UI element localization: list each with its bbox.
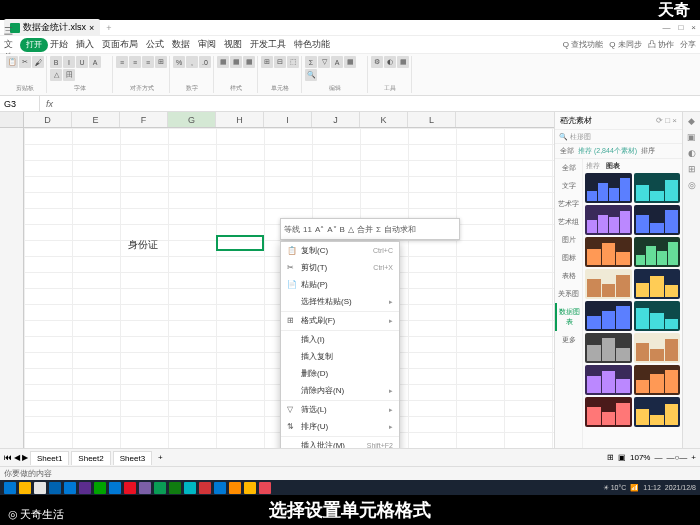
chart-template[interactable] bbox=[634, 365, 681, 395]
search-menu[interactable]: Q 查找功能 bbox=[563, 39, 603, 50]
menu-review[interactable]: 审阅 bbox=[198, 38, 216, 51]
chart-template[interactable] bbox=[585, 173, 632, 203]
merge-button[interactable]: 合并 bbox=[357, 224, 373, 235]
context-menu-item[interactable]: 选择性粘贴(S)▸ bbox=[281, 293, 399, 310]
font-grow-icon[interactable]: A˄ bbox=[315, 225, 324, 234]
zoom-slider[interactable]: —○— bbox=[666, 453, 687, 462]
menu-features[interactable]: 特色功能 bbox=[294, 38, 330, 51]
add-sheet-button[interactable]: + bbox=[154, 453, 167, 462]
menu-view[interactable]: 视图 bbox=[224, 38, 242, 51]
taskbar-app-icon[interactable] bbox=[94, 482, 106, 494]
menu-dev[interactable]: 开发工具 bbox=[250, 38, 286, 51]
zoom-value[interactable]: 107% bbox=[630, 453, 650, 462]
col-e[interactable]: E bbox=[72, 112, 120, 127]
taskbar-app-icon[interactable] bbox=[79, 482, 91, 494]
chart-template[interactable] bbox=[585, 237, 632, 267]
minimize-button[interactable]: — bbox=[662, 23, 670, 32]
taskbar-app-icon[interactable] bbox=[154, 482, 166, 494]
panel-search[interactable]: 柱形图 bbox=[570, 132, 591, 142]
nav-prev-icon[interactable]: ◀ bbox=[14, 453, 20, 462]
context-menu-item[interactable]: 插入复制 bbox=[281, 348, 399, 365]
chart-template[interactable] bbox=[634, 173, 681, 203]
taskbar-app-icon[interactable] bbox=[139, 482, 151, 494]
open-button[interactable]: 打开 bbox=[20, 38, 48, 52]
col-h[interactable]: H bbox=[216, 112, 264, 127]
panel-controls[interactable]: ⟳ □ × bbox=[656, 116, 677, 125]
menu-layout[interactable]: 页面布局 bbox=[102, 38, 138, 51]
taskbar-app-icon[interactable] bbox=[199, 482, 211, 494]
context-menu-item[interactable]: ▽筛选(L)▸ bbox=[281, 400, 399, 418]
context-menu-item[interactable]: 插入(I) bbox=[281, 330, 399, 348]
mini-size[interactable]: 11 bbox=[303, 225, 312, 234]
chart-template[interactable] bbox=[634, 397, 681, 427]
fill-icon[interactable]: △ bbox=[348, 225, 354, 234]
sheet-tab-2[interactable]: Sheet2 bbox=[71, 451, 110, 465]
context-menu-item[interactable]: 📋复制(C)Ctrl+C bbox=[281, 242, 399, 259]
chart-template[interactable] bbox=[634, 333, 681, 363]
chart-template[interactable] bbox=[585, 365, 632, 395]
context-menu-item[interactable]: 📄粘贴(P) bbox=[281, 276, 399, 293]
chart-template[interactable] bbox=[634, 269, 681, 299]
col-g[interactable]: G bbox=[168, 112, 216, 127]
taskbar-app-icon[interactable] bbox=[244, 482, 256, 494]
col-k[interactable]: K bbox=[360, 112, 408, 127]
zoom-out-icon[interactable]: — bbox=[654, 453, 662, 462]
bold-icon[interactable]: B bbox=[340, 225, 345, 234]
network-icon[interactable]: 📶 bbox=[630, 484, 639, 492]
col-d[interactable]: D bbox=[24, 112, 72, 127]
chart-template[interactable] bbox=[634, 237, 681, 267]
share-button[interactable]: 分享 bbox=[680, 39, 696, 50]
sync-status[interactable]: Q 未同步 bbox=[609, 39, 641, 50]
cell-grid[interactable]: 身份证 等线 11 A˄ A˅ B △ 合并 Σ 自动求和 📋复制(C)Ctrl… bbox=[0, 128, 554, 448]
chart-template[interactable] bbox=[585, 205, 632, 235]
mini-font[interactable]: 等线 bbox=[284, 224, 300, 235]
taskbar-app-icon[interactable] bbox=[184, 482, 196, 494]
view-grid-icon[interactable]: ⊞ bbox=[607, 453, 614, 462]
chart-template[interactable] bbox=[585, 333, 632, 363]
menu-icon[interactable]: 三 文件 bbox=[4, 38, 18, 52]
menu-insert[interactable]: 插入 bbox=[76, 38, 94, 51]
context-menu-item[interactable]: ⇅排序(U)▸ bbox=[281, 418, 399, 435]
taskbar-app-icon[interactable] bbox=[34, 482, 46, 494]
sum-icon[interactable]: Σ bbox=[376, 225, 381, 234]
fx-icon[interactable]: fx bbox=[40, 99, 59, 109]
taskbar-app-icon[interactable] bbox=[169, 482, 181, 494]
context-menu-item[interactable]: ⊞格式刷(F)▸ bbox=[281, 311, 399, 329]
weather-widget[interactable]: ☀ 10°C bbox=[603, 484, 627, 492]
taskbar-app-icon[interactable] bbox=[49, 482, 61, 494]
context-menu-item[interactable]: 清除内容(N)▸ bbox=[281, 382, 399, 399]
close-button[interactable]: × bbox=[691, 23, 696, 32]
chart-template[interactable] bbox=[585, 397, 632, 427]
menu-home[interactable]: 开始 bbox=[50, 38, 68, 51]
panel-tab-sort[interactable]: 排序 bbox=[641, 146, 655, 156]
clock[interactable]: 11:12 bbox=[643, 484, 661, 491]
autosum-button[interactable]: 自动求和 bbox=[384, 224, 416, 235]
taskbar-app-icon[interactable] bbox=[4, 482, 16, 494]
sheet-tab-1[interactable]: Sheet1 bbox=[30, 451, 69, 465]
taskbar-app-icon[interactable] bbox=[64, 482, 76, 494]
view-page-icon[interactable]: ▣ bbox=[618, 453, 626, 462]
zoom-in-icon[interactable]: + bbox=[691, 453, 696, 462]
menu-data[interactable]: 数据 bbox=[172, 38, 190, 51]
chart-template[interactable] bbox=[585, 301, 632, 331]
context-menu-item[interactable]: 删除(D) bbox=[281, 365, 399, 382]
col-j[interactable]: J bbox=[312, 112, 360, 127]
rail-icon[interactable]: ⊞ bbox=[688, 164, 696, 174]
col-f[interactable]: F bbox=[120, 112, 168, 127]
rail-icon[interactable]: ▣ bbox=[687, 132, 696, 142]
collab-button[interactable]: 凸 协作 bbox=[648, 39, 674, 50]
nav-first-icon[interactable]: ⏮ bbox=[4, 453, 12, 462]
new-tab-button[interactable]: + bbox=[100, 23, 117, 33]
panel-tab-rec[interactable]: 推荐 (2,844个素材) bbox=[578, 146, 637, 156]
close-tab-icon[interactable]: × bbox=[89, 23, 94, 33]
col-i[interactable]: I bbox=[264, 112, 312, 127]
chart-template[interactable] bbox=[585, 269, 632, 299]
maximize-button[interactable]: □ bbox=[678, 23, 683, 32]
taskbar-app-icon[interactable] bbox=[214, 482, 226, 494]
menu-formula[interactable]: 公式 bbox=[146, 38, 164, 51]
sheet-tab-3[interactable]: Sheet3 bbox=[113, 451, 152, 465]
taskbar-app-icon[interactable] bbox=[19, 482, 31, 494]
row-headers[interactable] bbox=[0, 128, 24, 448]
select-all-corner[interactable] bbox=[0, 112, 24, 127]
selected-cell[interactable] bbox=[216, 235, 264, 251]
